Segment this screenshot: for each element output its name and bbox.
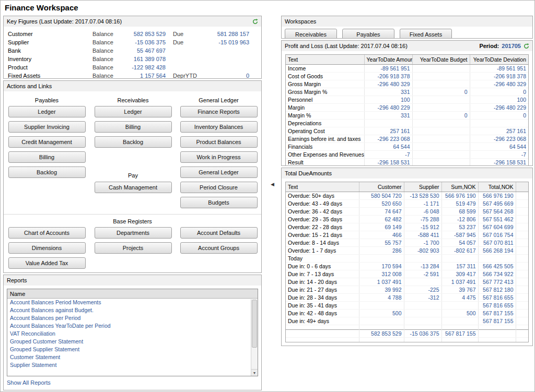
- refresh-icon[interactable]: [524, 43, 529, 49]
- profit-loss-row: Margin -296 480 229 -296 480 229: [286, 103, 528, 111]
- row-label: Overdue: 22 - 28 days: [286, 223, 359, 231]
- workspace-button[interactable]: Payables: [342, 29, 394, 39]
- total-nok: 567 495 669: [478, 199, 516, 207]
- report-link[interactable]: Account Balances against Budget.: [7, 306, 258, 314]
- row-label: Result: [286, 158, 364, 166]
- profit-loss-row: Cost of Goods -206 918 378 -206 918 378: [286, 72, 528, 80]
- show-all-reports-link[interactable]: Show All Reports: [7, 376, 258, 389]
- total-nok: 567 551 462: [478, 215, 516, 223]
- splitter-collapse-icon[interactable]: ◀: [271, 182, 274, 187]
- payables-action-button[interactable]: Ledger: [8, 106, 86, 117]
- base-register-button[interactable]: Chart of Accounts: [8, 227, 86, 239]
- base-register-button[interactable]: Projects: [95, 242, 172, 254]
- customer-amount: 55 757: [359, 239, 404, 246]
- general-ledger-action-button[interactable]: Finance Reports: [180, 106, 258, 117]
- key-figures-panel: Key Figures (Last Update: 2017.07.04 08:…: [3, 16, 262, 79]
- reports-scrollbar[interactable]: ▼: [251, 299, 258, 376]
- ytd-budget: 0: [412, 88, 470, 96]
- report-link[interactable]: Account Balances per Period: [7, 314, 258, 322]
- payables-action-button[interactable]: Billing: [8, 151, 86, 163]
- profit-loss-header-row: Text YearToDate Amount YearToDate Budget…: [286, 55, 528, 64]
- row-label: Overdue: 50+ days: [286, 192, 359, 199]
- report-link[interactable]: VAT Reconciliation: [7, 330, 258, 338]
- ytd-deviation: -296 223 068: [470, 135, 528, 142]
- receivables-action-button[interactable]: Backlog: [95, 136, 172, 148]
- total-nok: 567 772 413: [478, 278, 516, 286]
- report-link[interactable]: Grouped Customer Statement: [7, 338, 258, 346]
- base-register-button[interactable]: Value Added Tax: [8, 257, 86, 269]
- filler-cell: [516, 278, 528, 286]
- row-label: Gross Margin: [286, 80, 364, 88]
- filler-cell: [516, 254, 528, 262]
- workspace-button[interactable]: Fixed Assets: [400, 29, 452, 39]
- base-register-button[interactable]: Account Groups: [180, 242, 258, 254]
- sum-nok: 309 417: [441, 270, 478, 278]
- reports-header: Reports: [4, 275, 261, 286]
- customer-amount: [359, 301, 404, 309]
- customer-amount: 1 037 491: [359, 278, 404, 286]
- general-ledger-action-button[interactable]: Work in Progress: [180, 151, 258, 163]
- supplier-amount: -588 411: [404, 231, 441, 239]
- receivables-column-header: Receivables: [118, 96, 149, 105]
- general-ledger-action-button[interactable]: Inventory Balances: [180, 121, 258, 133]
- payables-action-button[interactable]: Supplier Invoicing: [8, 121, 86, 133]
- report-link[interactable]: Account Balances Period Movements: [7, 299, 258, 306]
- reports-list: Name Account Balances Period Movements A…: [7, 289, 258, 376]
- general-ledger-action-button[interactable]: Product Balances: [180, 136, 258, 148]
- payables-action-button[interactable]: Backlog: [8, 167, 86, 178]
- key-figure-row: Product Balance -122 982 428: [8, 63, 256, 72]
- report-link[interactable]: Customer Statement: [7, 353, 258, 361]
- supplier-amount: -312: [404, 293, 441, 301]
- customer-amount: 520 650: [359, 199, 404, 207]
- workspace-button[interactable]: Receivables: [285, 29, 337, 39]
- total-nok: 567 817 155: [478, 317, 516, 325]
- profit-loss-panel: Profit and Loss (Last Update: 2017.07.04…: [281, 40, 533, 166]
- report-link[interactable]: Supplier Statement: [7, 361, 258, 369]
- supplier-amount: -6 048: [404, 207, 441, 215]
- customer-amount: 466: [359, 231, 404, 239]
- report-link[interactable]: Grouped Supplier Statement: [7, 346, 258, 353]
- refresh-icon[interactable]: [252, 19, 258, 25]
- due-amounts-row: Overdue: 43 - 49 days 520 650 -1 171 519…: [286, 199, 528, 207]
- actions-body: Payables Ledger Supplier Invoicing Credi…: [4, 91, 261, 212]
- ytd-amount: 257 161: [364, 127, 412, 135]
- row-label: Overdue: 1 - 7 days: [286, 246, 359, 254]
- general-ledger-action-button[interactable]: Budgets: [180, 197, 258, 208]
- due-amounts-row: Due in: 42 - 48 days 500 500 567 817 155: [286, 309, 528, 317]
- row-label: Due in: 7 - 13 days: [286, 270, 359, 278]
- key-figures-body: Customer Balance 582 853 529 Due 581 288…: [4, 27, 261, 79]
- due-amounts-totals-row: 582 853 529 -15 036 375 567 817 155: [286, 329, 528, 337]
- filler-cell: [516, 270, 528, 278]
- supplier-amount: -1 700: [404, 239, 441, 246]
- scrollbar-thumb[interactable]: [252, 300, 257, 348]
- receivables-action-button[interactable]: Billing: [95, 121, 172, 133]
- general-ledger-action-button[interactable]: General Ledger: [180, 167, 258, 178]
- sum-nok: 519 479: [441, 199, 478, 207]
- ytd-amount: 100: [364, 96, 412, 103]
- profit-loss-table: Text YearToDate Amount YearToDate Budget…: [285, 54, 529, 166]
- report-link[interactable]: Account Balances YearToDate per Period: [7, 322, 258, 330]
- base-register-button[interactable]: Account Defaults: [180, 227, 258, 239]
- due-label: Due: [166, 31, 192, 37]
- key-figures-title: Key Figures (Last Update: 2017.07.04 08:…: [7, 18, 122, 25]
- filler-cell: [516, 309, 528, 317]
- scroll-down-button[interactable]: ▼: [251, 369, 258, 376]
- row-label: Overdue: 36 - 42 days: [286, 207, 359, 215]
- filler-cell: [516, 207, 528, 215]
- base-register-button[interactable]: Dimensions: [8, 242, 86, 254]
- balance-value: 55 467 697: [118, 47, 166, 54]
- key-figure-name: Fixed Assets: [8, 73, 92, 79]
- period-area: Period: 201705: [479, 43, 529, 49]
- column-header: Text: [286, 55, 364, 64]
- customer-amount: 62 482: [359, 215, 404, 223]
- profit-loss-header: Profit and Loss (Last Update: 2017.07.04…: [282, 41, 532, 51]
- base-register-button[interactable]: Departments: [95, 227, 172, 239]
- receivables-action-button[interactable]: Ledger: [95, 106, 172, 117]
- profit-loss-row: Financials 64 544 64 544: [286, 142, 528, 150]
- general-ledger-action-button[interactable]: Period Closure: [180, 182, 258, 193]
- balance-label: Balance: [92, 73, 118, 79]
- cash-management-button[interactable]: Cash Management: [95, 182, 172, 193]
- ytd-amount: -296 480 329: [364, 80, 412, 88]
- payables-action-button[interactable]: Credit Management: [8, 136, 86, 148]
- total-nok: 566 268 194: [478, 246, 516, 254]
